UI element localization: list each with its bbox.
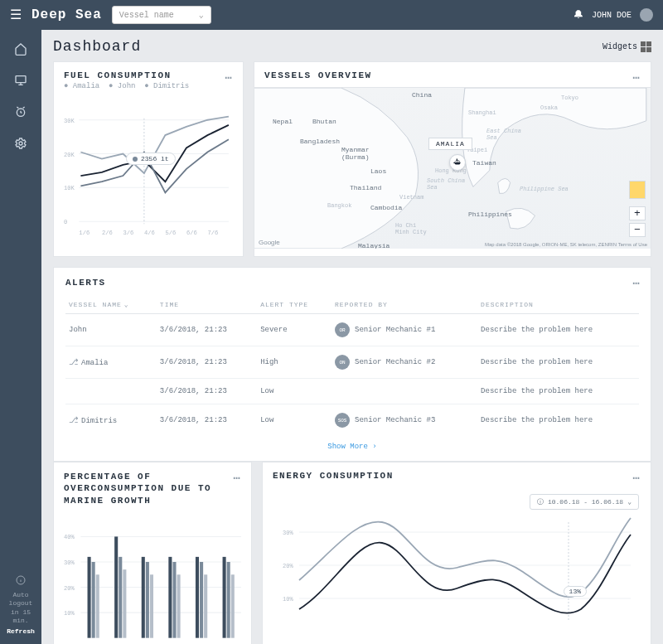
th-type[interactable]: ALERT TYPE [257, 296, 332, 314]
map-more-icon[interactable]: ⋯ [633, 70, 641, 85]
vessel-select[interactable]: Vessel name ⌄ [112, 6, 211, 24]
chevron-down-icon: ⌄ [627, 498, 632, 506]
reporter-badge: SOS [335, 413, 350, 428]
svg-rect-35 [146, 562, 149, 638]
svg-text:30K: 30K [64, 118, 75, 124]
grid-icon [641, 41, 651, 52]
svg-point-2 [19, 142, 22, 145]
svg-text:0: 0 [64, 219, 67, 225]
fuel-tooltip: 2356 lt [126, 153, 176, 165]
th-vessel[interactable]: VESSEL NAME ⌄ [65, 296, 157, 314]
logout-msg-1: Auto logout [3, 591, 38, 608]
branch-icon: ⎇ [69, 416, 79, 425]
table-row[interactable]: ⎇Dimitris3/6/2018, 21:23LowSOSSenior Mec… [65, 404, 639, 437]
table-row[interactable]: 3/6/2018, 21:23LowDescribe the problem h… [65, 379, 639, 404]
over-chart: 40% 30% 20% 10% [64, 518, 241, 642]
show-more-button[interactable]: Show More › [65, 443, 639, 451]
svg-rect-44 [227, 562, 230, 638]
svg-rect-34 [142, 557, 145, 638]
over-more-icon[interactable]: ⋯ [234, 471, 241, 485]
branch-icon: ⎇ [69, 358, 79, 367]
map-credit: Map data ©2018 Google, ORION-ME, SK tele… [485, 242, 647, 247]
fuel-legend: ● Amalia ● John ● Dimitris [64, 82, 233, 90]
user-name: JOHN DOE [592, 11, 632, 20]
alerts-title: ALERTS [65, 278, 639, 288]
svg-rect-31 [114, 536, 118, 637]
chevron-down-icon: ⌄ [199, 10, 204, 20]
svg-rect-29 [92, 562, 95, 638]
energy-more-icon[interactable]: ⋯ [633, 471, 641, 485]
energy-tooltip: 13% [564, 586, 587, 597]
svg-text:20%: 20% [64, 585, 75, 592]
svg-rect-32 [119, 557, 122, 638]
map-pegman-icon[interactable] [629, 181, 646, 199]
reporter-badge: OR [335, 322, 350, 337]
map-card: VESSELS OVERVIEW ⋯ China Nepal Bhutan Ba… [254, 61, 651, 257]
vessel-select-placeholder: Vessel name [119, 11, 174, 20]
svg-rect-42 [204, 574, 207, 637]
svg-text:4/6: 4/6 [144, 230, 155, 236]
alerts-card: ALERTS ⋯ VESSEL NAME ⌄ TIME ALERT TYPE R… [53, 267, 651, 462]
alerts-more-icon[interactable]: ⋯ [633, 276, 641, 290]
svg-text:10%: 10% [283, 596, 293, 603]
fuel-title: FUEL CONSUMPTION [64, 70, 233, 80]
svg-rect-43 [223, 557, 226, 638]
fuel-more-icon[interactable]: ⋯ [225, 70, 233, 85]
svg-rect-0 [16, 76, 26, 83]
svg-text:2/6: 2/6 [102, 230, 113, 236]
home-icon[interactable] [14, 42, 27, 56]
svg-text:40%: 40% [64, 534, 75, 540]
info-icon[interactable] [16, 575, 26, 585]
energy-chart: 30% 20% 10% 13% [273, 510, 641, 634]
map-zoom-in[interactable]: + [629, 206, 646, 220]
svg-rect-40 [196, 557, 199, 638]
fuel-card: FUEL CONSUMPTION ● Amalia ● John ● Dimit… [53, 61, 244, 257]
page-title: Dashboard [53, 38, 141, 55]
avatar[interactable] [640, 8, 653, 22]
energy-card: ENERGY CONSUMPTION ⋯ ⓘ 10.06.18 - 16.06.… [262, 462, 651, 644]
map[interactable]: China Nepal Bhutan Bangladesh Myanmar (B… [254, 87, 651, 249]
over-title: PERCENTAGE OF OVERCONSUMPTION DUE TO MAR… [64, 471, 213, 506]
svg-text:10%: 10% [64, 610, 75, 617]
chevron-down-icon: ⌄ [124, 301, 129, 308]
table-row[interactable]: ⎇Amalia3/6/2018, 21:23HighONSenior Mecha… [65, 346, 639, 379]
refresh-button[interactable]: Refresh [3, 627, 38, 636]
map-title: VESSELS OVERVIEW [264, 70, 641, 80]
map-zoom-out[interactable]: − [629, 223, 646, 237]
svg-rect-36 [150, 574, 153, 637]
svg-text:30%: 30% [64, 559, 75, 566]
svg-rect-33 [123, 569, 126, 638]
svg-text:20%: 20% [283, 563, 293, 569]
svg-text:1/6: 1/6 [79, 230, 90, 236]
svg-text:30%: 30% [283, 530, 293, 536]
alarm-icon[interactable] [14, 105, 27, 119]
chevron-right-icon: › [372, 443, 376, 451]
th-reported[interactable]: REPORTED BY [332, 296, 477, 314]
svg-text:20K: 20K [64, 152, 75, 158]
svg-text:3/6: 3/6 [123, 230, 133, 236]
menu-icon[interactable]: ☰ [10, 7, 22, 23]
svg-rect-38 [172, 562, 176, 638]
vessel-pin[interactable]: ⛴︎ [449, 154, 466, 171]
sidebar: Auto logout in 15 min. Refresh [0, 30, 41, 644]
clock-icon: ⓘ [537, 497, 544, 506]
th-desc[interactable]: DESCRIPTION [477, 296, 639, 314]
brand-label: Deep Sea [31, 7, 102, 22]
table-row[interactable]: John3/6/2018, 21:23SevereORSenior Mechan… [65, 314, 639, 346]
fuel-chart: 30K 20K 10K 0 [64, 99, 233, 248]
svg-text:6/6: 6/6 [186, 230, 197, 236]
reporter-badge: ON [335, 355, 350, 370]
bell-icon[interactable]: 🔔︎ [573, 9, 583, 22]
widgets-button[interactable]: Widgets [603, 41, 651, 52]
alerts-table: VESSEL NAME ⌄ TIME ALERT TYPE REPORTED B… [65, 296, 639, 436]
app-header: ☰ Deep Sea Vessel name ⌄ 🔔︎ JOHN DOE [0, 0, 663, 30]
gear-icon[interactable] [14, 137, 27, 150]
svg-text:7/6: 7/6 [207, 230, 218, 236]
th-time[interactable]: TIME [157, 296, 257, 314]
monitor-icon[interactable] [14, 74, 27, 87]
svg-rect-39 [177, 574, 181, 637]
vessel-pin-label: AMALIA [428, 138, 472, 150]
main-content: Dashboard Widgets FUEL CONSUMPTION ● Ama… [41, 30, 663, 644]
energy-title: ENERGY CONSUMPTION [273, 471, 641, 481]
date-range-picker[interactable]: ⓘ 10.06.18 - 16.06.18 ⌄ [530, 494, 639, 510]
